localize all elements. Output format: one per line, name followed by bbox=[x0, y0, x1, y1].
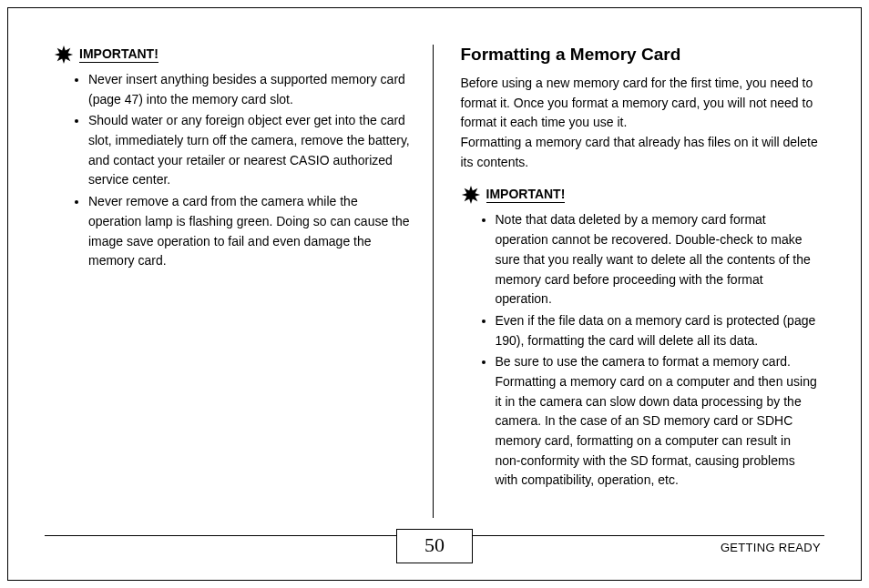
body-text-line: Formatting a memory card that already ha… bbox=[461, 135, 818, 169]
list-item: Even if the file data on a memory card i… bbox=[496, 311, 820, 350]
body-text-line: Before using a new memory card for the f… bbox=[461, 76, 813, 129]
important-block-right: IMPORTANT! Note that data deleted by a m… bbox=[461, 185, 820, 491]
list-item: Should water or any foreign object ever … bbox=[88, 111, 413, 190]
list-item: Note that data deleted by a memory card … bbox=[496, 210, 820, 309]
footer-section-label: GETTING READY bbox=[721, 541, 821, 554]
important-block-left: IMPORTANT! Never insert anything besides… bbox=[54, 45, 413, 271]
burst-icon bbox=[461, 185, 481, 205]
list-item: Never remove a card from the camera whil… bbox=[88, 192, 413, 271]
manual-page: IMPORTANT! Never insert anything besides… bbox=[7, 7, 862, 581]
svg-marker-0 bbox=[55, 46, 73, 64]
section-heading: Formatting a Memory Card bbox=[461, 45, 820, 65]
left-column: IMPORTANT! Never insert anything besides… bbox=[45, 45, 433, 518]
two-column-layout: IMPORTANT! Never insert anything besides… bbox=[45, 45, 824, 518]
right-column: Formatting a Memory Card Before using a … bbox=[433, 45, 825, 518]
body-paragraph: Before using a new memory card for the f… bbox=[461, 74, 820, 172]
svg-marker-1 bbox=[461, 186, 479, 204]
important-list-left: Never insert anything besides a supporte… bbox=[54, 70, 413, 271]
list-item: Be sure to use the camera to format a me… bbox=[496, 352, 820, 491]
important-label: IMPORTANT! bbox=[486, 187, 566, 203]
list-item: Never insert anything besides a supporte… bbox=[88, 70, 413, 109]
page-number: 50 bbox=[396, 529, 473, 563]
important-label: IMPORTANT! bbox=[79, 46, 158, 63]
important-header: IMPORTANT! bbox=[461, 185, 820, 205]
important-header: IMPORTANT! bbox=[54, 45, 413, 65]
burst-icon bbox=[54, 45, 74, 65]
important-list-right: Note that data deleted by a memory card … bbox=[461, 210, 820, 491]
